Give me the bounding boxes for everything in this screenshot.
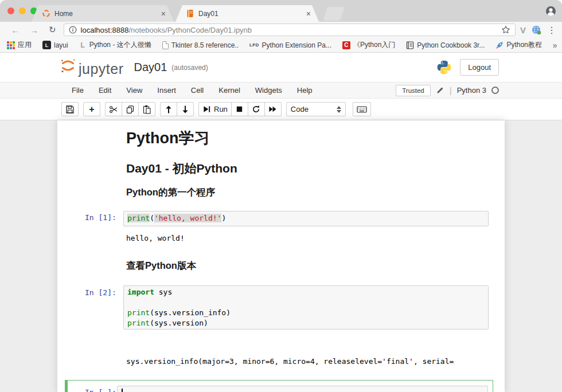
tab-day01-close-icon[interactable]: × bbox=[305, 9, 312, 18]
document-icon bbox=[162, 41, 169, 49]
bookmark-label: Python Cookbook 3r... bbox=[417, 41, 485, 49]
bookmark-python-tutorial[interactable]: Python教程 bbox=[495, 40, 541, 50]
bookmark-apps[interactable]: 应用 bbox=[7, 40, 32, 50]
menu-insert[interactable]: Insert bbox=[150, 86, 184, 95]
cell-type-select[interactable]: Code bbox=[286, 102, 346, 116]
bookmark-label: Python - 这个人很懒 bbox=[89, 40, 151, 50]
text-cursor bbox=[122, 389, 123, 392]
notebook-favicon-icon bbox=[186, 9, 194, 18]
heading-check-version[interactable]: 查看Python版本 bbox=[126, 260, 196, 272]
layui-icon: L bbox=[42, 41, 51, 49]
bookmark-label: Tkinter 8.5 reference.. bbox=[171, 41, 239, 49]
notebook-title[interactable]: Day01 bbox=[134, 61, 167, 74]
cut-cell-button[interactable] bbox=[105, 102, 122, 116]
notebook-menubar: File Edit View Insert Cell Kernel Widget… bbox=[0, 82, 562, 99]
heading-first-program[interactable]: Python的第一个程序 bbox=[126, 186, 215, 199]
restart-run-all-button[interactable] bbox=[264, 102, 282, 116]
bookmark-tkinter[interactable]: Tkinter 8.5 reference.. bbox=[162, 41, 239, 49]
edit-pencil-icon[interactable] bbox=[436, 86, 444, 95]
move-cell-up-button[interactable] bbox=[160, 102, 177, 116]
heading-day01[interactable]: Day01 - 初始Python bbox=[126, 160, 237, 177]
minimize-window-button[interactable] bbox=[19, 7, 26, 14]
tab-day01[interactable]: Day01 × bbox=[175, 5, 319, 22]
bookmark-python-intro[interactable]: C 《Python入门 bbox=[342, 40, 395, 50]
tab-home[interactable]: Home × bbox=[32, 5, 174, 22]
bookmark-python-lazy[interactable]: L Python - 这个人很懒 bbox=[79, 40, 151, 50]
input-prompt-2: In [2]: bbox=[85, 288, 116, 297]
bookmark-star-icon[interactable] bbox=[501, 25, 510, 34]
move-cell-down-button[interactable] bbox=[177, 102, 194, 116]
code-cell-3-editor[interactable] bbox=[117, 386, 488, 392]
omnibox[interactable]: localhost:8888/notebooks/PythonCode/Day0… bbox=[64, 23, 516, 36]
plus-icon: + bbox=[89, 105, 94, 114]
output-1: hello, world! bbox=[126, 233, 185, 243]
logout-button[interactable]: Logout bbox=[460, 59, 499, 76]
paste-cell-button[interactable] bbox=[138, 102, 155, 116]
page-info-icon[interactable] bbox=[69, 26, 77, 34]
separator: | bbox=[450, 85, 452, 95]
browser-actions: V ⋮ bbox=[519, 25, 556, 36]
menu-widgets[interactable]: Widgets bbox=[248, 86, 290, 95]
forward-icon[interactable]: → bbox=[25, 25, 44, 35]
browser-window: Home × Day01 × ← → ↻ localhost:8888/note… bbox=[0, 0, 562, 392]
tab-home-label: Home bbox=[54, 10, 160, 18]
rocket-icon bbox=[495, 41, 504, 49]
trusted-button[interactable]: Trusted bbox=[396, 85, 431, 96]
restart-kernel-button[interactable] bbox=[248, 102, 265, 116]
menu-kernel[interactable]: Kernel bbox=[211, 86, 248, 95]
menu-help[interactable]: Help bbox=[290, 86, 320, 95]
cell-type-value: Code bbox=[291, 105, 309, 113]
reload-icon[interactable]: ↻ bbox=[44, 25, 61, 35]
notebook-site: Python学习 Day01 - 初始Python Python的第一个程序 I… bbox=[0, 120, 562, 392]
url-host: localhost:8888 bbox=[81, 26, 129, 34]
code-line: import sys bbox=[127, 287, 485, 297]
notebook-container: Python学习 Day01 - 初始Python Python的第一个程序 I… bbox=[57, 120, 505, 392]
url-path: /notebooks/PythonCode/Day01.ipynb bbox=[128, 26, 252, 34]
code-cell-1[interactable]: print('hello, world!') bbox=[123, 211, 489, 226]
code-line: print(sys.version_info) bbox=[127, 308, 485, 318]
bookmark-layui[interactable]: L layui bbox=[42, 41, 68, 49]
extension-globe-icon[interactable] bbox=[532, 25, 541, 35]
run-label: Run bbox=[214, 105, 228, 113]
interrupt-kernel-button[interactable] bbox=[231, 102, 248, 116]
save-button[interactable] bbox=[61, 102, 79, 116]
traffic-lights bbox=[7, 7, 37, 14]
heading-python-study[interactable]: Python学习 bbox=[126, 128, 210, 148]
back-icon[interactable]: ← bbox=[6, 25, 25, 35]
tab-home-close-icon[interactable]: × bbox=[160, 9, 167, 18]
chrome-menu-icon[interactable]: ⋮ bbox=[547, 25, 556, 36]
menu-file[interactable]: File bbox=[64, 86, 91, 95]
jupyter-logo-icon bbox=[60, 57, 76, 74]
run-cell-button[interactable]: Run bbox=[198, 102, 232, 116]
bookmark-label: 《Python入门 bbox=[353, 40, 395, 50]
jupyter-logo[interactable]: jupyter bbox=[60, 57, 124, 77]
jupyter-spinner-icon bbox=[42, 9, 50, 18]
new-tab-button[interactable] bbox=[323, 7, 345, 21]
menubar-right: Trusted | Python 3 bbox=[396, 85, 499, 96]
menu-items: File Edit View Insert Cell Kernel Widget… bbox=[64, 86, 320, 95]
close-window-button[interactable] bbox=[7, 7, 14, 14]
select-arrows-icon bbox=[337, 106, 341, 113]
notebook-toolbar: + Run bbox=[0, 99, 562, 120]
code-cell-3-selected[interactable]: In [ ]: bbox=[65, 380, 493, 392]
code-cell-2[interactable]: import sys print(sys.version_info) print… bbox=[123, 285, 489, 330]
bookmarks-overflow-icon[interactable]: » bbox=[553, 41, 557, 50]
extension-v-icon[interactable]: V bbox=[520, 25, 526, 35]
python-logo-icon bbox=[436, 60, 452, 75]
autosave-status: (autosaved) bbox=[171, 64, 208, 72]
kernel-idle-icon bbox=[491, 87, 499, 94]
bookmark-label: Python Extension Pa... bbox=[262, 41, 331, 49]
bookmark-label: Python教程 bbox=[506, 40, 541, 50]
bookmark-extension-packages[interactable]: LFD Python Extension Pa... bbox=[249, 41, 331, 49]
c-badge-icon: C bbox=[342, 41, 350, 49]
menu-view[interactable]: View bbox=[119, 86, 150, 95]
copy-cell-button[interactable] bbox=[122, 102, 139, 116]
profile-avatar-icon[interactable] bbox=[545, 6, 556, 17]
jupyter-logo-text: jupyter bbox=[79, 61, 124, 77]
add-cell-button[interactable]: + bbox=[83, 102, 100, 116]
menu-edit[interactable]: Edit bbox=[91, 86, 119, 95]
command-palette-button[interactable] bbox=[353, 102, 371, 116]
bookmark-cookbook[interactable]: Python Cookbook 3r... bbox=[406, 41, 485, 49]
menu-cell[interactable]: Cell bbox=[184, 86, 211, 95]
input-prompt-3: In [ ]: bbox=[85, 388, 116, 392]
